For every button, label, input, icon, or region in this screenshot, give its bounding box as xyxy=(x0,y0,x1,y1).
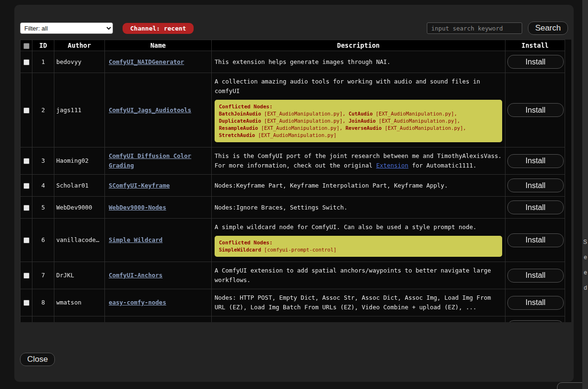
row-checkbox[interactable] xyxy=(23,300,30,306)
row-author: SoftMeng xyxy=(54,316,105,323)
row-author: Haoming02 xyxy=(54,147,105,175)
table-row: 6 vanillacode… Simple Wildcard A simple … xyxy=(21,219,565,262)
description-text: Nodes:Ignore Braces, Settings Switch. xyxy=(215,204,347,211)
row-select-cell xyxy=(21,175,32,197)
row-name-cell: easy-comfy-nodes xyxy=(105,289,212,316)
search-input[interactable] xyxy=(427,22,522,34)
conflict-item: BatchJoinAudio [EXT_AudioManipulation.py… xyxy=(219,111,349,116)
clipped-text-fragment: e xyxy=(584,254,587,261)
conflict-item: JoinAudio [EXT_AudioManipulation.py] xyxy=(349,118,460,124)
conflict-title: Conflicted Nodes: xyxy=(219,103,498,110)
conflict-item: ReverseAudio [EXT_AudioManipulation.py] xyxy=(346,125,466,131)
install-button[interactable]: Install xyxy=(507,55,564,69)
row-checkbox[interactable] xyxy=(23,205,30,211)
row-author: bedovyy xyxy=(54,51,105,73)
row-description: Nodes:Keyframe Part, Keyframe Interpolat… xyxy=(212,175,505,197)
clipped-text-fragment: e xyxy=(584,269,587,276)
col-header-id: ID xyxy=(32,40,54,51)
row-checkbox[interactable] xyxy=(23,273,30,279)
row-id: 3 xyxy=(32,147,54,175)
install-button[interactable]: Install xyxy=(507,296,564,310)
col-header-select xyxy=(21,40,32,51)
conflict-item: SimpleWildcard [comfyui-prompt-control] xyxy=(219,247,337,252)
conflict-warning: Conflicted Nodes: BatchJoinAudio [EXT_Au… xyxy=(215,100,502,142)
table-row: 7 DrJKL ComfyUI-Anchors A ComfyUI extens… xyxy=(21,262,565,289)
clipped-text-fragment: d xyxy=(584,284,587,291)
row-install-cell: Install xyxy=(505,262,565,289)
row-name-cell: Simple Wildcard xyxy=(105,219,212,262)
table-header-row: ID Author Name Description Install xyxy=(21,40,565,51)
row-id: 2 xyxy=(32,73,54,147)
description-text: Nodes:Keyframe Part, Keyframe Interpolat… xyxy=(215,182,448,189)
extension-name-link[interactable]: Simple Wildcard xyxy=(109,236,163,243)
conflict-item: CutAudio [EXT_AudioManipulation.py] xyxy=(349,111,457,116)
install-button[interactable]: Install xyxy=(507,269,564,283)
channel-badge[interactable]: Channel: recent xyxy=(123,23,194,34)
row-checkbox[interactable] xyxy=(23,59,30,65)
description-text: A ComfyUI extension to add spatial ancho… xyxy=(215,267,491,284)
extension-name-link[interactable]: ComfyUI-Anchors xyxy=(109,272,163,279)
table-row: 9 SoftMeng ComfyUI_Mexx_Styler Nodes: Co… xyxy=(21,316,565,323)
row-checkbox[interactable] xyxy=(23,183,30,189)
extensions-table: ID Author Name Description Install 1 bed… xyxy=(20,40,565,322)
install-button[interactable]: Install xyxy=(507,154,564,168)
row-id: 6 xyxy=(32,219,54,262)
install-button[interactable]: Install xyxy=(507,103,564,117)
row-description: This extension helps generate images thr… xyxy=(212,51,505,73)
extension-name-link[interactable]: ComfyUI_NAIDGenerator xyxy=(109,58,184,65)
row-checkbox[interactable] xyxy=(23,158,30,164)
table-row: 4 Scholar01 SComfyUI-Keyframe Nodes:Keyf… xyxy=(21,175,565,197)
table-row: 8 wmatson easy-comfy-nodes Nodes: HTTP P… xyxy=(21,289,565,316)
row-select-cell xyxy=(21,262,32,289)
row-description: Nodes: ComfyUI Mexx Styler, ComfyUI Mexx… xyxy=(212,316,505,323)
description-text: A collection amazing audio tools for wor… xyxy=(215,77,502,96)
row-author: wmatson xyxy=(54,289,105,316)
row-select-cell xyxy=(21,73,32,147)
install-button[interactable]: Install xyxy=(507,320,564,322)
select-all-checkbox[interactable] xyxy=(23,43,30,49)
install-button[interactable]: Install xyxy=(507,179,564,192)
row-description: This is the ComfyUI port of the joint re… xyxy=(212,147,505,175)
row-select-cell xyxy=(21,197,32,219)
description-text: This extension helps generate images thr… xyxy=(215,58,391,65)
extensions-table-scroll-area[interactable]: ID Author Name Description Install 1 bed… xyxy=(20,40,571,322)
description-text: for Automatic1111. xyxy=(408,162,476,169)
row-install-cell: Install xyxy=(505,289,565,316)
search-button[interactable]: Search xyxy=(528,21,568,35)
install-button[interactable]: Install xyxy=(507,233,564,247)
table-row: 3 Haoming02 ComfyUI Diffusion Color Grad… xyxy=(21,147,565,175)
table-row: 5 WebDev9000 WebDev9000-Nodes Nodes:Igno… xyxy=(21,197,565,219)
row-name-cell: ComfyUI Diffusion Color Grading xyxy=(105,147,212,175)
row-id: 5 xyxy=(32,197,54,219)
clipped-text-fragment: S xyxy=(583,239,587,245)
row-install-cell: Install xyxy=(505,316,565,323)
extension-name-link[interactable]: easy-comfy-nodes xyxy=(109,299,166,306)
row-name-cell: SComfyUI-Keyframe xyxy=(105,175,212,197)
extension-name-link[interactable]: ComfyUI Diffusion Color Grading xyxy=(109,152,191,169)
row-id: 8 xyxy=(32,289,54,316)
row-name-cell: ComfyUI_Jags_Audiotools xyxy=(105,73,212,147)
col-header-description: Description xyxy=(212,40,505,51)
row-author: jags111 xyxy=(54,73,105,147)
description-text: Nodes: HTTP POST, Empty Dict, Assoc Str,… xyxy=(215,294,491,311)
close-button[interactable]: Close xyxy=(20,353,55,366)
row-select-cell xyxy=(21,219,32,262)
external-extension-link[interactable]: Extension xyxy=(376,162,409,169)
row-description: A simple wildcard node for ComfyUI. Can … xyxy=(212,219,505,262)
col-header-author: Author xyxy=(54,40,105,51)
row-install-cell: Install xyxy=(505,73,565,147)
filter-select[interactable]: Filter: all xyxy=(20,22,113,34)
row-checkbox[interactable] xyxy=(23,237,30,243)
row-description: A collection amazing audio tools for wor… xyxy=(212,73,505,147)
extension-name-link[interactable]: SComfyUI-Keyframe xyxy=(109,182,170,189)
row-author: DrJKL xyxy=(54,262,105,289)
install-button[interactable]: Install xyxy=(507,200,564,214)
row-checkbox[interactable] xyxy=(23,107,30,114)
extension-name-link[interactable]: ComfyUI_Jags_Audiotools xyxy=(109,106,191,114)
row-author: Scholar01 xyxy=(54,175,105,197)
conflict-item: ResampleAudio [EXT_AudioManipulation.py] xyxy=(219,125,346,131)
extension-name-link[interactable]: WebDev9000-Nodes xyxy=(109,204,166,211)
row-name-cell: ComfyUI_NAIDGenerator xyxy=(105,51,212,73)
row-install-cell: Install xyxy=(505,197,565,219)
row-description: Nodes:Ignore Braces, Settings Switch. xyxy=(212,197,505,219)
